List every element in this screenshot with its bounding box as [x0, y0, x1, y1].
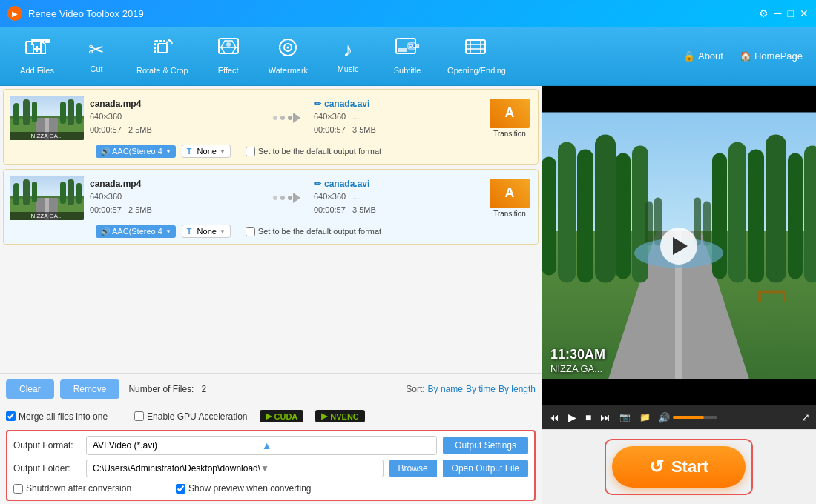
volume-control[interactable]: 🔊 [658, 412, 717, 423]
sort-by-length[interactable]: By length [499, 384, 536, 394]
svg-text:NIZZA GA...: NIZZA GA... [550, 363, 602, 374]
sort-area: Sort: By name By time By length [406, 384, 536, 394]
transition-thumb[interactable]: A Transition [487, 96, 532, 140]
toolbar-opening-ending[interactable]: Opening/Ending [437, 31, 516, 81]
svg-rect-6 [155, 41, 167, 53]
toolbar-music[interactable]: ♪ Music [318, 33, 378, 79]
toolbar-subtitle[interactable]: SUB Subtitle [378, 31, 437, 81]
clear-button[interactable]: Clear [6, 379, 54, 399]
volume-fill [673, 416, 704, 419]
gpu-input[interactable] [134, 411, 144, 421]
output-format-dropdown[interactable]: AVI Video (*.avi) ▲ [86, 436, 437, 455]
svg-point-15 [287, 47, 289, 49]
svg-rect-63 [595, 135, 616, 283]
add-files-label: Add Files [20, 66, 54, 75]
nvenc-badge[interactable]: ▶ NVENC [315, 410, 365, 422]
audio-select[interactable]: 🔊 AAC(Stereo 4 ▼ [96, 225, 176, 238]
maximize-button[interactable]: □ [788, 7, 794, 19]
play-button[interactable] [660, 228, 697, 265]
homepage-button[interactable]: 🏠 HomePage [734, 47, 809, 64]
format-t-icon: T [187, 147, 192, 156]
svg-rect-33 [32, 102, 37, 122]
file-thumbnail: NIZZA GA... [10, 176, 84, 220]
opening-ending-icon [464, 37, 490, 63]
output-settings-button[interactable]: Output Settings [443, 437, 528, 454]
format-value: None [197, 147, 217, 156]
toolbar-cut[interactable]: ✂ Cut [67, 33, 126, 79]
format-select[interactable]: T None ▼ [182, 225, 231, 238]
format-t-icon: T [187, 227, 192, 236]
play-pause-button[interactable]: ▶ [567, 410, 578, 425]
about-label: About [698, 50, 723, 62]
settings-icon[interactable]: ⚙ [759, 7, 769, 19]
format-dd-arrow: ▲ [262, 440, 431, 451]
default-format-input[interactable] [246, 227, 255, 236]
format-dropdown-arrow: ▼ [220, 148, 226, 155]
screenshot-button[interactable]: 📷 [618, 411, 632, 424]
preview-checkbox[interactable]: Show preview when converting [176, 483, 311, 494]
svg-text:SUB: SUB [409, 44, 420, 49]
transition-letter: A [505, 105, 515, 121]
default-format-checkbox[interactable]: Set to be the default output format [246, 147, 381, 156]
input-filename: canada.mp4 [90, 99, 257, 109]
file-count: Number of Files: 2 [128, 384, 206, 394]
sort-by-time[interactable]: By time [466, 384, 496, 394]
toolbar-effect[interactable]: Effect [199, 31, 258, 81]
about-button[interactable]: 🔒 About [677, 47, 729, 64]
svg-rect-47 [23, 179, 30, 205]
browse-button[interactable]: Browse [389, 460, 437, 477]
cuda-badge[interactable]: ▶ CUDA [260, 410, 304, 422]
stop-button[interactable]: ■ [584, 410, 593, 425]
audio-icon: 🔊 [100, 227, 111, 236]
audio-select[interactable]: 🔊 AAC(Stereo 4 ▼ [96, 145, 176, 158]
preview-label: Show preview when converting [188, 483, 311, 494]
toolbar-add-files[interactable]: + Add Files [7, 31, 67, 81]
app-title: Renee Video Toolbox 2019 [28, 8, 759, 19]
toolbar-rotate-crop[interactable]: Rotate & Crop [126, 31, 199, 81]
default-format-input[interactable] [246, 147, 255, 156]
transition-letter: A [505, 185, 515, 201]
shutdown-input[interactable] [13, 484, 23, 494]
merge-input[interactable] [6, 411, 16, 421]
default-format-label: Set to be the default output format [258, 227, 381, 236]
svg-rect-31 [13, 103, 19, 125]
svg-rect-7 [158, 44, 167, 53]
refresh-icon: ↺ [649, 457, 664, 477]
svg-rect-64 [616, 153, 631, 279]
input-duration: 00:00:57 [90, 125, 122, 134]
remove-button[interactable]: Remove [60, 379, 120, 399]
svg-rect-35 [68, 99, 74, 125]
toolbar-watermark[interactable]: Watermark [258, 31, 318, 81]
format-select[interactable]: T None ▼ [182, 145, 231, 158]
merge-checkbox[interactable]: Merge all files into one [6, 411, 108, 422]
input-resolution: 640×360 [90, 110, 257, 124]
folder-button[interactable]: 📁 [638, 411, 652, 424]
default-format-label: Set to be the default output format [258, 147, 381, 156]
svg-marker-40 [293, 113, 300, 123]
fullscreen-button[interactable]: ⤢ [801, 411, 810, 423]
default-format-checkbox[interactable]: Set to be the default output format [246, 227, 381, 236]
shutdown-checkbox[interactable]: Shutdown after conversion [13, 483, 131, 494]
volume-track[interactable] [673, 416, 717, 419]
sort-by-name[interactable]: By name [428, 384, 463, 394]
open-output-button[interactable]: Open Output File [443, 460, 528, 477]
forward-button[interactable]: ⏭ [599, 410, 612, 425]
file-output-info: ✏ canada.avi 640×360 ... 00:00:57 3.5MB [314, 99, 481, 136]
svg-rect-50 [68, 179, 74, 205]
minimize-button[interactable]: ─ [774, 7, 782, 19]
rewind-button[interactable]: ⏮ [547, 410, 561, 425]
file-input-info: canada.mp4 640×360 00:00:57 2.5MB [90, 179, 257, 216]
gpu-checkbox[interactable]: Enable GPU Acceleration [134, 411, 247, 422]
svg-rect-49 [60, 182, 66, 204]
output-folder-dropdown[interactable]: C:\Users\Administrator\Desktop\download\… [86, 460, 384, 477]
transition-image: A [490, 179, 530, 208]
close-button[interactable]: ✕ [800, 7, 809, 19]
output-folder-value: C:\Users\Administrator\Desktop\download\ [93, 463, 260, 474]
svg-rect-70 [788, 153, 803, 279]
transition-thumb[interactable]: A Transition [487, 176, 532, 220]
start-button[interactable]: ↺ Start [612, 446, 746, 488]
cut-label: Cut [90, 64, 102, 73]
output-filename: ✏ canada.avi [314, 179, 481, 189]
preview-input[interactable] [176, 484, 185, 494]
audio-icon: 🔊 [100, 147, 111, 156]
